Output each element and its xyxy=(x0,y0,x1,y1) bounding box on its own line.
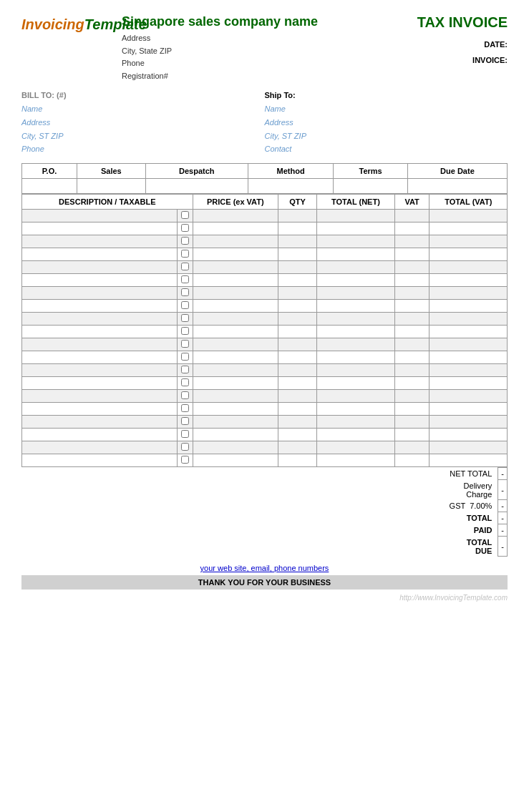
qty-cell[interactable] xyxy=(278,403,316,416)
taxable-checkbox[interactable] xyxy=(181,456,189,464)
vat-cell[interactable] xyxy=(394,351,429,364)
desc-cell[interactable] xyxy=(22,274,178,287)
vat-cell[interactable] xyxy=(394,222,429,235)
price-cell[interactable] xyxy=(193,326,278,338)
qty-cell[interactable] xyxy=(278,441,316,454)
vat-cell[interactable] xyxy=(394,326,429,338)
desc-cell[interactable] xyxy=(22,235,178,248)
checkbox-cell[interactable] xyxy=(177,287,193,300)
checkbox-cell[interactable] xyxy=(177,441,193,454)
taxable-checkbox[interactable] xyxy=(181,404,189,412)
price-cell[interactable] xyxy=(193,261,278,274)
vat-cell[interactable] xyxy=(394,338,429,351)
desc-cell[interactable] xyxy=(22,313,178,326)
desc-cell[interactable] xyxy=(22,403,178,416)
due-date-cell[interactable] xyxy=(407,179,507,194)
net-cell[interactable] xyxy=(317,313,394,326)
total-vat-cell[interactable] xyxy=(429,313,508,326)
checkbox-cell[interactable] xyxy=(177,377,193,390)
vat-cell[interactable] xyxy=(394,300,429,313)
vat-cell[interactable] xyxy=(394,377,429,390)
checkbox-cell[interactable] xyxy=(177,210,193,222)
net-cell[interactable] xyxy=(317,364,394,377)
price-cell[interactable] xyxy=(193,403,278,416)
price-cell[interactable] xyxy=(193,300,278,313)
price-cell[interactable] xyxy=(193,274,278,287)
qty-cell[interactable] xyxy=(278,326,316,338)
qty-cell[interactable] xyxy=(278,416,316,429)
vat-cell[interactable] xyxy=(394,429,429,441)
total-vat-cell[interactable] xyxy=(429,377,508,390)
checkbox-cell[interactable] xyxy=(177,429,193,441)
price-cell[interactable] xyxy=(193,351,278,364)
taxable-checkbox[interactable] xyxy=(181,391,189,399)
total-vat-cell[interactable] xyxy=(429,351,508,364)
checkbox-cell[interactable] xyxy=(177,274,193,287)
qty-cell[interactable] xyxy=(278,235,316,248)
desc-cell[interactable] xyxy=(22,390,178,403)
total-vat-cell[interactable] xyxy=(429,403,508,416)
qty-cell[interactable] xyxy=(278,429,316,441)
checkbox-cell[interactable] xyxy=(177,351,193,364)
total-vat-cell[interactable] xyxy=(429,338,508,351)
taxable-checkbox[interactable] xyxy=(181,340,189,348)
desc-cell[interactable] xyxy=(22,416,178,429)
vat-cell[interactable] xyxy=(394,390,429,403)
taxable-checkbox[interactable] xyxy=(181,263,189,270)
terms-cell[interactable] xyxy=(334,179,408,194)
price-cell[interactable] xyxy=(193,222,278,235)
net-cell[interactable] xyxy=(317,326,394,338)
price-cell[interactable] xyxy=(193,441,278,454)
taxable-checkbox[interactable] xyxy=(181,378,189,386)
footer-link[interactable]: your web site, email, phone numbers xyxy=(200,564,329,572)
desc-cell[interactable] xyxy=(22,377,178,390)
taxable-checkbox[interactable] xyxy=(181,224,189,232)
qty-cell[interactable] xyxy=(278,313,316,326)
desc-cell[interactable] xyxy=(22,429,178,441)
total-vat-cell[interactable] xyxy=(429,429,508,441)
net-cell[interactable] xyxy=(317,300,394,313)
price-cell[interactable] xyxy=(193,364,278,377)
checkbox-cell[interactable] xyxy=(177,364,193,377)
taxable-checkbox[interactable] xyxy=(181,211,189,219)
net-cell[interactable] xyxy=(317,429,394,441)
net-cell[interactable] xyxy=(317,403,394,416)
desc-cell[interactable] xyxy=(22,210,178,222)
taxable-checkbox[interactable] xyxy=(181,237,189,245)
taxable-checkbox[interactable] xyxy=(181,417,189,425)
taxable-checkbox[interactable] xyxy=(181,275,189,283)
qty-cell[interactable] xyxy=(278,222,316,235)
net-cell[interactable] xyxy=(317,390,394,403)
net-cell[interactable] xyxy=(317,338,394,351)
net-cell[interactable] xyxy=(317,416,394,429)
po-cell[interactable] xyxy=(22,179,77,194)
total-vat-cell[interactable] xyxy=(429,235,508,248)
price-cell[interactable] xyxy=(193,287,278,300)
qty-cell[interactable] xyxy=(278,274,316,287)
checkbox-cell[interactable] xyxy=(177,338,193,351)
checkbox-cell[interactable] xyxy=(177,326,193,338)
price-cell[interactable] xyxy=(193,313,278,326)
qty-cell[interactable] xyxy=(278,248,316,261)
net-cell[interactable] xyxy=(317,351,394,364)
total-vat-cell[interactable] xyxy=(429,248,508,261)
taxable-checkbox[interactable] xyxy=(181,430,189,438)
desc-cell[interactable] xyxy=(22,364,178,377)
checkbox-cell[interactable] xyxy=(177,390,193,403)
total-vat-cell[interactable] xyxy=(429,364,508,377)
checkbox-cell[interactable] xyxy=(177,300,193,313)
qty-cell[interactable] xyxy=(278,454,316,467)
taxable-checkbox[interactable] xyxy=(181,327,189,335)
price-cell[interactable] xyxy=(193,248,278,261)
net-cell[interactable] xyxy=(317,222,394,235)
qty-cell[interactable] xyxy=(278,364,316,377)
price-cell[interactable] xyxy=(193,416,278,429)
checkbox-cell[interactable] xyxy=(177,222,193,235)
vat-cell[interactable] xyxy=(394,403,429,416)
net-cell[interactable] xyxy=(317,274,394,287)
taxable-checkbox[interactable] xyxy=(181,353,189,361)
vat-cell[interactable] xyxy=(394,235,429,248)
vat-cell[interactable] xyxy=(394,441,429,454)
price-cell[interactable] xyxy=(193,377,278,390)
total-vat-cell[interactable] xyxy=(429,390,508,403)
